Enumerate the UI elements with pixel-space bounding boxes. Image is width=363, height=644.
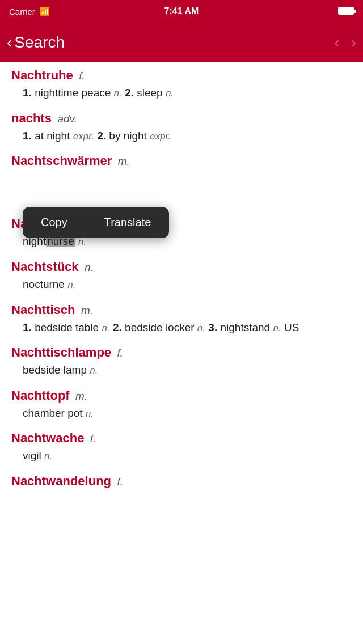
- entry-nachtschwarmer: Nachtschwärmer m.: [11, 154, 352, 168]
- battery-container: [338, 7, 354, 16]
- headword-nachtwache: Nachtwache: [11, 431, 84, 445]
- pos-nachttischlampe: f.: [117, 347, 124, 359]
- entry-nachts: nachts adv. 1. at night expr. 2. by nigh…: [11, 111, 352, 144]
- nav-title: Search: [14, 33, 65, 52]
- headword-nachtwandelung: Nachtwandelung: [11, 474, 111, 488]
- headword-nachttisch: Nachttisch: [11, 303, 75, 317]
- entry-nachtwache: Nachtwache f. vigil n.: [11, 431, 352, 464]
- pos-nachttopf: m.: [75, 390, 87, 402]
- headword-nachts: nachts: [11, 111, 52, 125]
- status-bar: Carrier 📶 7:41 AM: [0, 0, 363, 23]
- back-button[interactable]: ‹ Search: [7, 33, 65, 52]
- entry-nachttopf: Nachttopf m. chamber pot n.: [11, 388, 352, 421]
- pos-nachts: adv.: [57, 113, 77, 125]
- def-nachtwache: vigil n.: [23, 448, 352, 464]
- pos-nachtwache: f.: [90, 433, 96, 444]
- status-time: 7:41 AM: [164, 6, 199, 16]
- headword-nachtschwarmer: Nachtschwärmer: [11, 154, 112, 168]
- entry-nachtwandelung: Nachtwandelung f.: [11, 474, 352, 489]
- prev-arrow-button[interactable]: ‹: [334, 33, 339, 52]
- nav-bar: ‹ Search ‹ ›: [0, 23, 363, 62]
- pos-nachtwandelung: f.: [117, 476, 123, 488]
- headword-nachtstuck: Nachtstück: [11, 260, 79, 274]
- copy-button[interactable]: Copy: [23, 207, 86, 238]
- next-arrow-button[interactable]: ›: [351, 33, 356, 52]
- headword-nachttischlampe: Nachttischlampe: [11, 345, 111, 359]
- translate-button[interactable]: Translate: [86, 207, 170, 238]
- entry-nachtstuck: Nachtstück n. nocturne n.: [11, 260, 352, 293]
- def-nachttischlampe: bedside lamp n.: [23, 362, 352, 378]
- nav-arrows: ‹ ›: [334, 33, 356, 52]
- pos-nachtstuck: n.: [85, 261, 94, 273]
- back-chevron-icon: ‹: [7, 35, 12, 50]
- pos-nachtruhe: f.: [79, 70, 85, 82]
- wifi-icon: 📶: [40, 7, 49, 16]
- headword-nachtruhe: Nachtruhe: [11, 68, 73, 82]
- content-area: Nachtruhe f. 1. nighttime peace n. 2. sl…: [0, 62, 363, 510]
- entry-nachttischlampe: Nachttischlampe f. bedside lamp n.: [11, 345, 352, 378]
- pos-nachtschwarmer: m.: [118, 155, 130, 167]
- carrier-label: Carrier: [9, 7, 35, 16]
- context-menu: Copy Translate: [23, 207, 169, 238]
- def-nachts: 1. at night expr. 2. by night expr.: [23, 128, 352, 144]
- headword-nachttopf: Nachttopf: [11, 388, 70, 402]
- battery-fill: [339, 8, 353, 14]
- pos-nachttisch: m.: [81, 304, 93, 316]
- def-nachtstuck: nocturne n.: [23, 277, 352, 293]
- status-left: Carrier 📶: [9, 7, 49, 16]
- entry-nachttisch: Nachttisch m. 1. bedside table n. 2. bed…: [11, 303, 352, 336]
- entry-nachtruhe: Nachtruhe f. 1. nighttime peace n. 2. sl…: [11, 68, 352, 101]
- def-nachttisch: 1. bedside table n. 2. bedside locker n.…: [23, 320, 352, 336]
- def-nachttopf: chamber pot n.: [23, 405, 352, 421]
- def-nachtruhe: 1. nighttime peace n. 2. sleep n.: [23, 85, 352, 101]
- battery-icon: [338, 7, 354, 15]
